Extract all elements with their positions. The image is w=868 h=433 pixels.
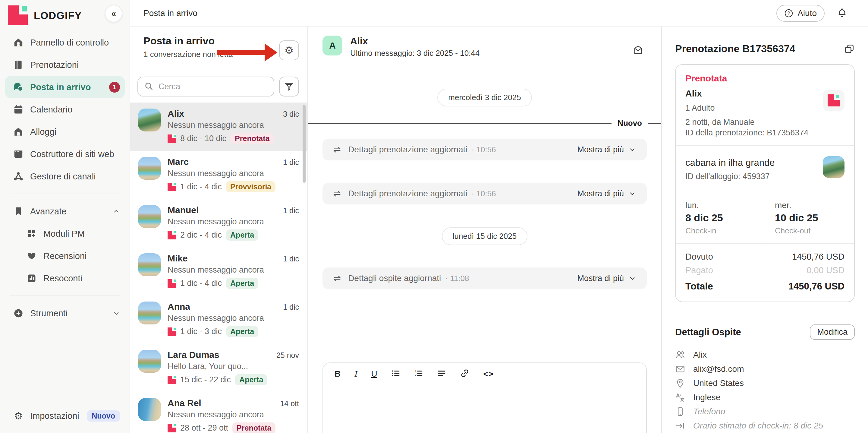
conversation-date: 1 dic — [283, 255, 299, 263]
numbered-list-button[interactable]: 12 — [414, 369, 423, 379]
show-more-button[interactable]: Mostra di più — [577, 189, 636, 198]
link-button[interactable] — [460, 369, 470, 380]
sidebar-item-advanced[interactable]: Avanzate — [5, 200, 125, 223]
notifications-bell-icon[interactable] — [837, 8, 847, 19]
booking-status: Prenotata — [685, 73, 844, 84]
book-icon — [13, 60, 24, 70]
conversation-item[interactable]: Manuel1 dic Nessun messaggio ancora 2 di… — [130, 199, 307, 247]
conversation-date: 14 ott — [280, 399, 299, 408]
bookmark-icon — [13, 206, 24, 216]
network-icon — [13, 171, 24, 181]
chat-header: A Alix Ultimo messaggio: 3 dic 2025 - 10… — [308, 27, 661, 64]
sidebar-item-label: Alloggi — [30, 127, 56, 137]
event-title: Dettagli prenotazione aggiornati — [348, 145, 467, 154]
home-icon — [13, 37, 24, 48]
lodgify-logo-icon — [8, 5, 28, 25]
copy-icon[interactable] — [844, 44, 855, 54]
sidebar-item-website-builder[interactable]: Costruttore di siti web — [5, 143, 125, 165]
sidebar-item-reports[interactable]: Resoconti — [5, 267, 125, 289]
property-name: cabana in ilha grande — [685, 157, 844, 168]
sidebar-item-settings[interactable]: ⚙ Impostazioni Nuovo — [5, 405, 125, 427]
brand-name: LODGIFY — [34, 10, 82, 21]
conversation-stay-dates: 15 dic - 22 dic — [180, 375, 231, 384]
filter-button[interactable] — [279, 77, 299, 96]
chat-panel: A Alix Ultimo messaggio: 3 dic 2025 - 10… — [308, 27, 662, 433]
checkin-day: lun. — [685, 201, 765, 210]
top-bar: Posta in arrivo ? Aiuto — [130, 0, 868, 27]
sidebar-item-calendar[interactable]: Calendario — [5, 98, 125, 121]
mail-icon — [675, 364, 685, 374]
inbox-panel: Posta in arrivo 1 conversazione non lett… — [130, 27, 308, 433]
conversation-preview: Nessun messaggio ancora — [167, 314, 299, 323]
status-badge: Aperta — [226, 326, 258, 337]
phone-icon — [675, 406, 685, 417]
show-more-button[interactable]: Mostra di più — [577, 145, 636, 154]
sidebar-item-pm-modules[interactable]: Moduli PM — [5, 223, 125, 245]
sidebar-item-rentals[interactable]: Alloggi — [5, 121, 125, 143]
sidebar-item-label: Posta in arrivo — [30, 82, 91, 92]
sidebar-item-channel-manager[interactable]: Gestore di canali — [5, 165, 125, 187]
booking-guests: 1 Adulto — [685, 104, 844, 113]
guest-email-row: alix@fsd.com — [675, 362, 855, 376]
amount-row-paid: Pagato0,00 USD — [685, 265, 844, 275]
checkout-block: mer. 10 dic 25 Check-out — [765, 193, 854, 243]
sidebar-item-label: Pannello di controllo — [30, 38, 109, 48]
conversation-name: Alix — [167, 109, 184, 119]
sidebar-collapse-button[interactable]: « — [105, 5, 122, 22]
conversation-preview: Nessun messaggio ancora — [167, 410, 299, 420]
sidebar-item-label: Resoconti — [43, 273, 82, 284]
show-more-button[interactable]: Mostra di più — [577, 274, 636, 283]
conversation-preview: Nessun messaggio ancora — [167, 121, 299, 130]
conversation-item[interactable]: Anna1 dic Nessun messaggio ancora 1 dic … — [130, 295, 307, 344]
conversation-date: 1 dic — [283, 158, 299, 167]
lodgify-mini-logo-icon — [167, 231, 176, 239]
sidebar-item-bookings[interactable]: Prenotazioni — [5, 54, 125, 76]
lodgify-mini-logo-icon — [167, 327, 176, 336]
message-editor[interactable]: B I U 12 <> — [322, 363, 647, 433]
sidebar-item-reviews[interactable]: Recensioni — [5, 245, 125, 267]
bold-button[interactable]: B — [335, 370, 341, 378]
avatar: A — [322, 36, 342, 56]
conversation-stay-dates: 28 ott - 29 ott — [180, 423, 228, 433]
chevron-up-icon — [113, 208, 120, 215]
checkin-date: 8 dic 25 — [685, 212, 765, 224]
conversation-date: 25 nov — [276, 351, 299, 360]
status-badge: Aperta — [226, 229, 258, 241]
sidebar-item-dashboard[interactable]: Pannello di controllo — [5, 31, 125, 54]
conversation-item[interactable]: Mike1 dic Nessun messaggio ancora 1 dic … — [130, 247, 307, 295]
guest-checkin-time-row: Orario stimato di check-in: 8 dic 25 — [675, 418, 855, 433]
date-chip: mercoledì 3 dic 2025 — [437, 89, 532, 107]
bullet-list-button[interactable] — [391, 369, 400, 379]
new-divider-label: Nuovo — [618, 118, 642, 128]
event-time: · 10:56 — [472, 145, 496, 154]
conversation-name: Lara Dumas — [167, 350, 219, 360]
unread-count-badge: 1 — [109, 82, 120, 93]
calendar-icon — [13, 104, 24, 115]
conversation-item[interactable]: Marc1 dic Nessun messaggio ancora 1 dic … — [130, 151, 307, 199]
italic-button[interactable]: I — [354, 370, 357, 378]
conversation-preview: Hello Lara, Your quo... — [167, 362, 299, 371]
conversation-item[interactable]: Lara Dumas25 nov Hello Lara, Your quo...… — [130, 344, 307, 392]
sidebar-item-inbox[interactable]: Posta in arrivo 1 — [5, 76, 125, 98]
search-input[interactable] — [137, 77, 274, 96]
update-arrows-icon: ⇌ — [333, 274, 341, 283]
list-scrollbar[interactable] — [303, 105, 306, 183]
mark-unread-envelope-icon[interactable] — [633, 45, 643, 57]
edit-guest-button[interactable]: Modifica — [810, 324, 855, 340]
sidebar-item-tools[interactable]: Strumenti — [5, 302, 125, 324]
event-title: Dettagli prenotazione aggiornati — [348, 189, 467, 198]
align-button[interactable] — [437, 369, 446, 379]
conversation-thumbnail — [138, 109, 161, 132]
code-button[interactable]: <> — [484, 370, 494, 378]
underline-button[interactable]: U — [371, 370, 377, 378]
map-pin-icon — [675, 378, 685, 388]
conversation-stay-dates: 1 dic - 4 dic — [180, 279, 222, 288]
svg-text:?: ? — [787, 11, 790, 16]
conversation-name: Ana Rel — [167, 398, 201, 408]
chevron-down-icon — [113, 310, 120, 317]
inbox-settings-button[interactable]: ⚙ — [279, 40, 299, 60]
conversation-item[interactable]: Ana Rel14 ott Nessun messaggio ancora 28… — [130, 392, 307, 433]
conversation-item[interactable]: Alix3 dic Nessun messaggio ancora 8 dic … — [130, 103, 307, 151]
conversation-preview: Nessun messaggio ancora — [167, 265, 299, 275]
help-button[interactable]: ? Aiuto — [776, 5, 825, 22]
